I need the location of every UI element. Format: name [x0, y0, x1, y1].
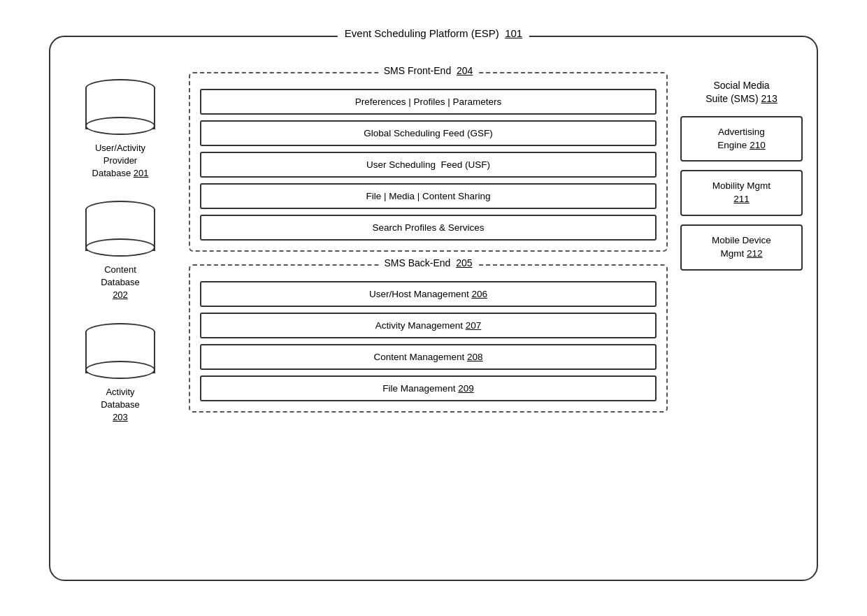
databases-column: User/ActivityProviderDatabase 201 Conten…: [64, 72, 176, 424]
sms-backend-title: SMS Back-End 205: [378, 257, 478, 268]
db-ref-202: 202: [113, 289, 128, 300]
sms-outer-label: Social MediaSuite (SMS) 213: [680, 79, 803, 106]
sms-outer-ref: 213: [761, 93, 778, 104]
item-usf: User Scheduling Feed (USF): [200, 152, 657, 178]
db-ref-201: 201: [134, 168, 149, 178]
diagram-wrapper: Event Scheduling Platform (ESP) 101 User…: [35, 22, 832, 595]
item-preferences: Preferences | Profiles | Parameters: [200, 89, 657, 115]
sms-backend-title-text: SMS Back-End: [384, 257, 450, 268]
db-item-201: User/ActivityProviderDatabase 201: [85, 79, 155, 180]
sms-frontend-title: SMS Front-End 204: [378, 65, 479, 76]
sms-frontend-box: SMS Front-End 204 Preferences | Profiles…: [189, 72, 668, 252]
sms-frontend-items: Preferences | Profiles | Parameters Glob…: [200, 89, 657, 241]
right-column: Social MediaSuite (SMS) 213 AdvertisingE…: [680, 72, 803, 280]
db-label-202: ContentDatabase202: [101, 264, 140, 302]
item-user-host: User/Host Management 206: [200, 281, 657, 307]
esp-title-text: Event Scheduling Platform (ESP): [345, 27, 499, 39]
db-item-203: ActivityDatabase203: [85, 323, 155, 424]
sms-frontend-ref: 204: [457, 65, 473, 76]
db-ref-203: 203: [113, 412, 128, 422]
esp-title: Event Scheduling Platform (ESP) 101: [338, 27, 529, 39]
sms-backend-ref: 205: [456, 257, 472, 268]
cylinder-202: [85, 201, 155, 257]
mobility-mgmt-box: Mobility Mgmt211: [680, 170, 803, 216]
mobile-device-ref: 212: [747, 248, 763, 259]
esp-box: Event Scheduling Platform (ESP) 101 User…: [49, 36, 818, 581]
esp-ref: 101: [505, 27, 522, 39]
db-item-202: ContentDatabase202: [85, 201, 155, 302]
mobility-ref: 211: [733, 194, 750, 204]
sms-backend-box: SMS Back-End 205 User/Host Management 20…: [189, 264, 668, 413]
cylinder-201: [85, 79, 155, 135]
inner-layout: User/ActivityProviderDatabase 201 Conten…: [64, 51, 803, 566]
item-file-mgmt: File Management 209: [200, 375, 657, 401]
item-file-media: File | Media | Content Sharing: [200, 183, 657, 209]
ad-engine-ref: 210: [750, 140, 766, 150]
item-search-profiles: Search Profiles & Services: [200, 215, 657, 241]
db-label-203: ActivityDatabase203: [101, 386, 140, 424]
sms-frontend-title-text: SMS Front-End: [384, 65, 451, 76]
cylinder-bottom-202: [85, 238, 155, 257]
cylinder-bottom-201: [85, 117, 155, 135]
cylinder-203: [85, 323, 155, 379]
mobile-device-mgmt-box: Mobile DeviceMgmt 212: [680, 224, 803, 271]
cylinder-bottom-203: [85, 361, 155, 379]
item-content-mgmt: Content Management 208: [200, 344, 657, 370]
item-activity-mgmt: Activity Management 207: [200, 313, 657, 338]
center-column: SMS Front-End 204 Preferences | Profiles…: [189, 72, 668, 413]
sms-backend-items: User/Host Management 206 Activity Manage…: [200, 281, 657, 401]
db-label-201: User/ActivityProviderDatabase 201: [92, 142, 149, 180]
advertising-engine-box: AdvertisingEngine 210: [680, 116, 803, 162]
item-gsf: Global Scheduling Feed (GSF): [200, 120, 657, 146]
